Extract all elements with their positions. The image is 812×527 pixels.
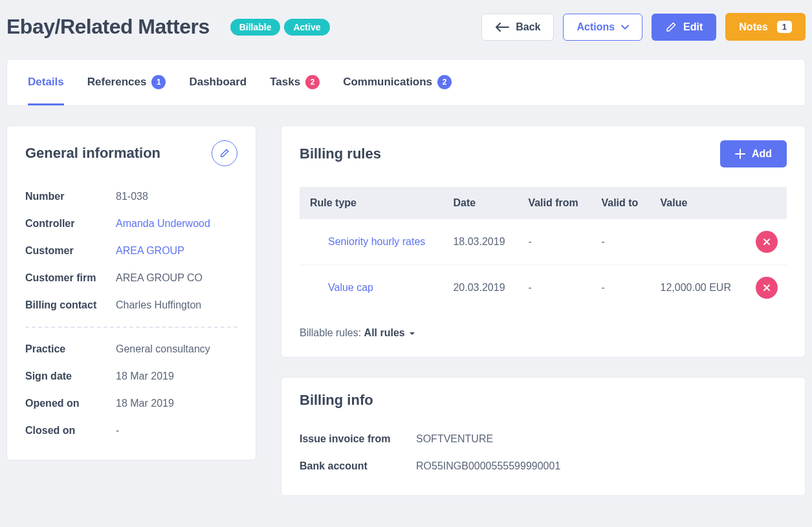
edit-icon	[219, 148, 230, 158]
edit-icon	[665, 21, 677, 33]
plus-icon	[735, 149, 745, 159]
customer-link[interactable]: AREA GROUP	[116, 245, 184, 257]
billing-contact-label: Billing contact	[25, 299, 116, 311]
tab-dashboard-label: Dashboard	[189, 76, 247, 89]
billing-contact-value: Charles Huffington	[116, 299, 201, 311]
add-rule-button[interactable]: Add	[720, 140, 787, 167]
divider	[25, 327, 237, 328]
billable-filter-label: Billable rules:	[300, 327, 364, 338]
table-row: Seniority hourly rates 18.03.2019 - -	[300, 219, 787, 265]
practice-value: General consultancy	[116, 343, 210, 355]
billable-filter-dropdown[interactable]: All rules	[364, 327, 416, 338]
col-rule-type: Rule type	[300, 187, 444, 219]
back-label: Back	[516, 21, 540, 33]
billing-rules-card: Billing rules Add Rule type Date Valid f…	[281, 125, 806, 358]
delete-rule-button[interactable]	[756, 277, 778, 299]
tab-communications[interactable]: Communications 2	[343, 59, 452, 105]
billing-rules-table: Rule type Date Valid from Valid to Value…	[300, 187, 787, 310]
sign-date-label: Sign date	[25, 371, 116, 382]
rule-date: 20.03.2019	[444, 265, 519, 311]
edit-label: Edit	[683, 21, 703, 33]
tab-communications-label: Communications	[343, 76, 432, 89]
customer-firm-value: AREA GROUP CO	[116, 272, 203, 284]
rule-valid-from: -	[519, 265, 592, 311]
close-icon	[763, 284, 771, 292]
delete-rule-button[interactable]	[756, 231, 778, 253]
rule-valid-to: -	[592, 265, 651, 311]
tab-tasks[interactable]: Tasks 2	[270, 59, 320, 105]
number-label: Number	[25, 191, 116, 202]
caret-down-icon	[409, 327, 415, 339]
notes-label: Notes	[739, 21, 767, 33]
notes-count: 1	[777, 21, 792, 33]
col-value: Value	[652, 187, 747, 219]
col-date: Date	[444, 187, 519, 219]
customer-firm-label: Customer firm	[25, 272, 116, 284]
col-valid-to: Valid to	[592, 187, 651, 219]
arrow-left-icon	[495, 23, 509, 32]
rule-value: 12,000.00 EUR	[652, 265, 747, 311]
notes-button[interactable]: Notes 1	[725, 13, 806, 41]
tab-references-label: References	[87, 76, 147, 89]
bank-label: Bank account	[300, 460, 416, 472]
closed-label: Closed on	[25, 425, 116, 436]
general-info-title: General information	[25, 145, 160, 162]
actions-button[interactable]: Actions	[563, 14, 642, 41]
billable-filter-value: All rules	[364, 327, 405, 338]
rule-date: 18.03.2019	[444, 219, 519, 265]
tab-tasks-count: 2	[305, 75, 320, 89]
tab-communications-count: 2	[437, 75, 452, 89]
opened-value: 18 Mar 2019	[116, 398, 174, 409]
billing-info-card: Billing info Issue invoice from SOFTVENT…	[281, 377, 806, 496]
closed-value: -	[116, 425, 119, 436]
issue-from-label: Issue invoice from	[300, 433, 416, 445]
general-info-card: General information Number 81-038 Contro…	[6, 125, 256, 460]
issue-from-value: SOFTVENTURE	[416, 433, 493, 445]
badge-active: Active	[284, 19, 329, 36]
customer-label: Customer	[25, 245, 116, 257]
tab-details-label: Details	[28, 76, 64, 89]
tab-dashboard[interactable]: Dashboard	[189, 59, 247, 105]
badge-billable: Billable	[230, 19, 281, 36]
rule-type-link[interactable]: Value cap	[309, 282, 373, 294]
tab-references[interactable]: References 1	[87, 59, 166, 105]
rule-type-link[interactable]: Seniority hourly rates	[309, 236, 425, 248]
edit-general-button[interactable]	[212, 140, 237, 166]
add-label: Add	[752, 148, 772, 160]
col-valid-from: Valid from	[519, 187, 592, 219]
controller-label: Controller	[25, 218, 116, 230]
tab-references-count: 1	[151, 75, 166, 89]
billing-info-title: Billing info	[300, 392, 373, 409]
practice-label: Practice	[25, 343, 116, 355]
chevron-down-icon	[621, 25, 629, 30]
back-button[interactable]: Back	[481, 14, 554, 41]
tab-tasks-label: Tasks	[270, 76, 300, 89]
bank-value: RO55INGB0000555599990001	[416, 460, 560, 472]
table-row: Value cap 20.03.2019 - - 12,000.00 EUR	[300, 265, 787, 311]
edit-button[interactable]: Edit	[652, 14, 716, 41]
billing-rules-title: Billing rules	[300, 145, 381, 162]
number-value: 81-038	[116, 191, 148, 202]
sign-date-value: 18 Mar 2019	[116, 371, 174, 382]
controller-link[interactable]: Amanda Underwood	[116, 218, 210, 230]
actions-label: Actions	[576, 21, 615, 33]
rule-valid-to: -	[592, 219, 651, 265]
rule-value	[652, 219, 747, 265]
opened-label: Opened on	[25, 398, 116, 409]
tab-details[interactable]: Details	[28, 59, 64, 105]
rule-valid-from: -	[519, 219, 592, 265]
page-title: Ebay/Related Matters	[6, 15, 210, 39]
close-icon	[763, 238, 771, 246]
